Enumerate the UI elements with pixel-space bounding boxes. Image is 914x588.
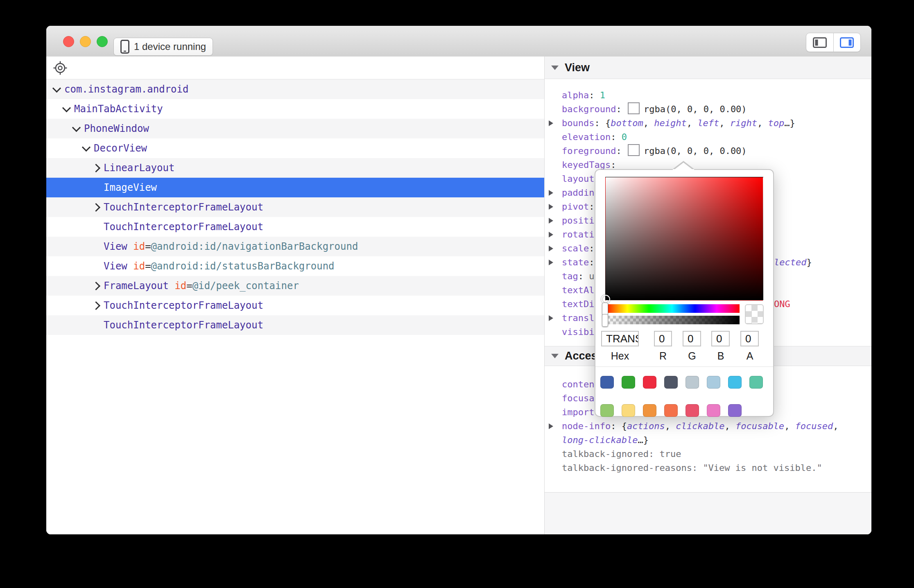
disclosure-triangle-icon[interactable] [551,354,559,358]
red-input[interactable] [654,331,672,346]
palette-swatch[interactable] [686,376,699,389]
hue-slider-handle[interactable] [602,303,608,315]
chevron-right-icon[interactable] [93,204,104,210]
expand-arrow-icon[interactable] [549,315,553,321]
locate-view-button[interactable] [52,60,68,76]
blue-input[interactable] [711,331,730,346]
green-input[interactable] [683,331,701,346]
property-text-fragment: lected} [774,256,812,269]
tree-row[interactable]: TouchInterceptorFrameLayout [46,315,544,335]
property-text: state: [562,257,594,267]
palette-swatch[interactable] [600,376,614,389]
text-segment: import [562,407,594,417]
property-row[interactable]: talkback-ignored: true [545,447,871,461]
hex-input[interactable] [601,331,639,346]
property-row[interactable]: long-clickable…} [545,433,871,447]
toggle-right-panel-button[interactable] [833,33,861,52]
tree-row[interactable]: MainTabActivity [46,99,544,119]
expand-arrow-icon[interactable] [549,190,553,196]
text-segment: rgba(0, 0, 0, 0.00) [644,104,747,114]
palette-swatch[interactable] [728,404,742,417]
palette-swatch[interactable] [749,376,763,389]
chevron-right-icon[interactable] [93,303,104,309]
text-segment: scale [562,243,589,253]
property-row[interactable]: background: rgba(0, 0, 0, 0.00) [545,102,871,116]
tree-row[interactable]: TouchInterceptorFrameLayout [46,296,544,315]
property-row[interactable]: talkback-ignored-reasons: "View is not v… [545,461,871,475]
palette-swatch[interactable] [622,376,635,389]
tree-row[interactable]: TouchInterceptorFrameLayout [46,197,544,217]
right-panel-icon [840,37,854,48]
property-row[interactable]: alpha: 1 [545,88,871,102]
expand-arrow-icon[interactable] [549,246,553,251]
text-segment: node-info [562,421,611,431]
hierarchy-tree: com.instagram.androidMainTabActivityPhon… [46,79,544,335]
chevron-right-icon[interactable] [93,283,104,289]
color-value-swatch[interactable] [628,102,640,114]
property-row[interactable]: bounds: {bottom, height, left, right, to… [545,116,871,130]
tree-row[interactable]: FrameLayout id=@id/peek_container [46,276,544,296]
text-segment: lected [774,257,806,267]
chevron-down-icon[interactable] [83,145,94,152]
expand-arrow-icon[interactable] [549,120,553,126]
text-segment: "View is not visible." [703,463,822,473]
text-segment: DecorView [94,142,147,154]
text-segment: 0 [622,132,627,142]
expand-arrow-icon[interactable] [549,218,553,224]
tree-row[interactable]: LinearLayout [46,158,544,178]
tree-row[interactable]: com.instagram.android [46,79,544,99]
palette-swatch[interactable] [664,376,678,389]
property-text: keyedTags: [562,160,616,170]
text-segment: focusable [735,421,784,431]
palette-swatch[interactable] [664,404,678,417]
property-row[interactable]: foreground: rgba(0, 0, 0, 0.00) [545,144,871,158]
tree-row[interactable]: View id=@android:id/statusBarBackground [46,256,544,276]
expand-arrow-icon[interactable] [549,260,553,265]
disclosure-triangle-icon[interactable] [551,66,559,70]
palette-swatch[interactable] [728,376,742,389]
divider [595,366,773,367]
palette-swatch[interactable] [707,404,720,417]
tree-row[interactable]: PhoneWindow [46,119,544,138]
alpha-slider-handle[interactable] [602,314,608,327]
palette-swatch[interactable] [643,404,656,417]
property-text: tag: u [562,271,595,281]
device-status-button[interactable]: 1 device running [113,38,213,56]
tree-row[interactable]: View id=@android:id/navigationBarBackgro… [46,237,544,256]
property-text: background: rgba(0, 0, 0, 0.00) [562,104,747,114]
alpha-input[interactable] [740,331,759,346]
expand-arrow-icon[interactable] [549,423,553,429]
palette-swatch[interactable] [643,376,656,389]
minimize-button[interactable] [80,36,91,47]
palette-swatch[interactable] [686,404,699,417]
chevron-down-icon[interactable] [73,126,84,132]
section-header-view[interactable]: View [545,57,871,79]
tree-row[interactable]: DecorView [46,138,544,158]
expand-arrow-icon[interactable] [549,232,553,237]
tree-row[interactable]: ImageView [46,178,544,197]
property-row[interactable]: elevation: 0 [545,130,871,144]
palette-swatch[interactable] [600,404,614,417]
close-button[interactable] [63,36,74,47]
expand-arrow-icon[interactable] [549,204,553,210]
palette-swatch[interactable] [622,404,635,417]
hue-slider[interactable] [604,304,740,313]
chevron-down-icon[interactable] [54,86,64,93]
property-row[interactable]: node-info: {actions, clickable, focusabl… [545,419,871,433]
toggle-left-panel-button[interactable] [806,33,833,52]
text-segment: height [654,118,686,128]
chevron-down-icon[interactable] [63,106,74,112]
saturation-brightness-field[interactable] [605,177,763,301]
tree-row[interactable]: TouchInterceptorFrameLayout [46,217,544,237]
chevron-right-icon[interactable] [93,165,104,171]
text-segment: background [562,104,616,114]
color-value-swatch[interactable] [628,144,640,156]
property-text: visibi [562,327,594,337]
property-text: transl [562,313,594,323]
text-segment: top [768,118,784,128]
palette-swatch[interactable] [707,376,720,389]
fullscreen-button[interactable] [97,36,108,47]
alpha-slider[interactable] [604,316,740,324]
text-segment: : [616,146,627,156]
property-text: rotati [562,229,594,240]
